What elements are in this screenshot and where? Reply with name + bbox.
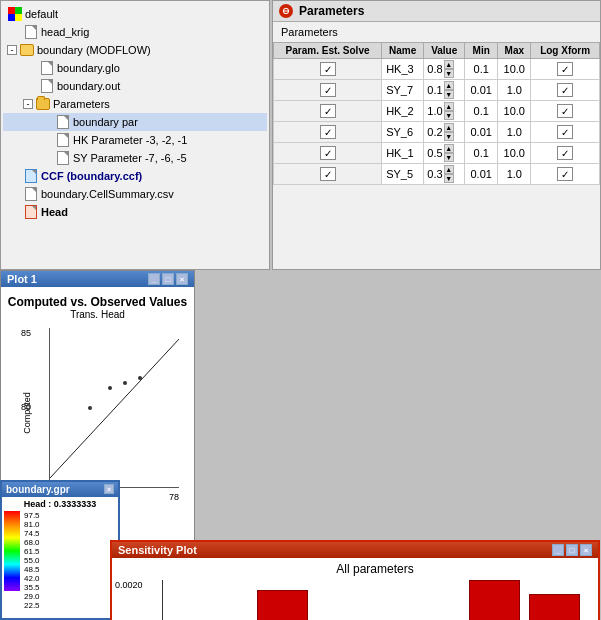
- param-log-checkbox[interactable]: ✓: [557, 167, 573, 181]
- param-checkbox[interactable]: ✓: [320, 125, 336, 139]
- param-value-spinner[interactable]: ▲▼: [444, 81, 454, 99]
- param-log[interactable]: ✓: [531, 80, 600, 101]
- param-value-spinner[interactable]: ▲▼: [444, 144, 454, 162]
- tree-expander[interactable]: -: [7, 45, 17, 55]
- param-checkbox[interactable]: ✓: [320, 167, 336, 181]
- grid-icon: [7, 6, 23, 22]
- param-checkbox-cell[interactable]: ✓: [274, 122, 382, 143]
- sens-close-button[interactable]: ×: [580, 544, 592, 556]
- sensitivity-chart-title: All parameters: [162, 562, 588, 576]
- sens-maximize-button[interactable]: □: [566, 544, 578, 556]
- tree-label: boundary par: [73, 116, 138, 128]
- param-log[interactable]: ✓: [531, 59, 600, 80]
- param-max: 1.0: [498, 164, 531, 185]
- param-max: 1.0: [498, 80, 531, 101]
- sensitivity-window: Sensitivity Plot _ □ × All parameters Se…: [110, 540, 600, 620]
- close-button[interactable]: ×: [176, 273, 188, 285]
- params-row: ✓ HK_2 1.0 ▲▼ 0.1 10.0 ✓: [274, 101, 600, 122]
- plot1-ylabel: Computed: [22, 392, 32, 434]
- maximize-button[interactable]: □: [162, 273, 174, 285]
- param-value-spinner[interactable]: ▲▼: [444, 165, 454, 183]
- param-checkbox-cell[interactable]: ✓: [274, 164, 382, 185]
- param-checkbox[interactable]: ✓: [320, 83, 336, 97]
- tree-label: HK Parameter -3, -2, -1: [73, 134, 187, 146]
- bar-hk2: [257, 590, 308, 620]
- param-value: 0.8 ▲▼: [424, 59, 465, 80]
- param-log[interactable]: ✓: [531, 101, 600, 122]
- param-name: HK_3: [382, 59, 424, 80]
- plot1-chart-subtitle: Trans. Head: [5, 309, 190, 320]
- tree-item-boundary-modflow[interactable]: - boundary (MODFLOW): [3, 41, 267, 59]
- param-checkbox-cell[interactable]: ✓: [274, 101, 382, 122]
- col-min: Min: [465, 43, 498, 59]
- param-checkbox-cell[interactable]: ✓: [274, 59, 382, 80]
- tree-label: head_krig: [41, 26, 89, 38]
- param-log-checkbox[interactable]: ✓: [557, 125, 573, 139]
- param-max: 1.0: [498, 122, 531, 143]
- legend-title: Head : 0.3333333: [4, 499, 116, 509]
- params-subtitle: Parameters: [273, 22, 600, 42]
- minimize-button[interactable]: _: [148, 273, 160, 285]
- param-value: 0.2 ▲▼: [424, 122, 465, 143]
- bar-sy-tall2: [529, 594, 580, 620]
- params-row: ✓ SY_7 0.1 ▲▼ 0.01 1.0 ✓: [274, 80, 600, 101]
- param-name: HK_2: [382, 101, 424, 122]
- folder-icon: [35, 96, 51, 112]
- doc-blue-icon: [23, 168, 39, 184]
- param-checkbox[interactable]: ✓: [320, 146, 336, 160]
- tree-item-head-krig[interactable]: head_krig: [3, 23, 267, 41]
- param-log[interactable]: ✓: [531, 164, 600, 185]
- window-controls: _ □ ×: [148, 273, 188, 285]
- param-checkbox-cell[interactable]: ✓: [274, 80, 382, 101]
- tree-expander[interactable]: -: [23, 99, 33, 109]
- tree-label: boundary (MODFLOW): [37, 44, 151, 56]
- param-min: 0.01: [465, 80, 498, 101]
- param-log[interactable]: ✓: [531, 143, 600, 164]
- param-value-spinner[interactable]: ▲▼: [444, 60, 454, 78]
- tree-item-sy-param[interactable]: SY Parameter -7, -6, -5: [3, 149, 267, 167]
- tree-item-boundary-glo[interactable]: boundary.glo: [3, 59, 267, 77]
- doc-icon: [23, 186, 39, 202]
- gpr-titlebar: boundary.gpr ×: [2, 482, 118, 497]
- sens-minimize-button[interactable]: _: [552, 544, 564, 556]
- col-param-est: Param. Est. Solve: [274, 43, 382, 59]
- param-value-spinner[interactable]: ▲▼: [444, 123, 454, 141]
- param-checkbox[interactable]: ✓: [320, 104, 336, 118]
- doc-icon: [55, 132, 71, 148]
- param-log-checkbox[interactable]: ✓: [557, 146, 573, 160]
- tree-item-boundary-par[interactable]: boundary par: [3, 113, 267, 131]
- col-log: Log Xform: [531, 43, 600, 59]
- tree-item-parameters-folder[interactable]: - Parameters: [3, 95, 267, 113]
- params-row: ✓ SY_6 0.2 ▲▼ 0.01 1.0 ✓: [274, 122, 600, 143]
- param-min: 0.1: [465, 59, 498, 80]
- params-table: Param. Est. Solve Name Value Min Max Log…: [273, 42, 600, 185]
- plot1-chart-title: Computed vs. Observed Values: [5, 295, 190, 309]
- param-max: 10.0: [498, 59, 531, 80]
- tree-item-ccf[interactable]: CCF (boundary.ccf): [3, 167, 267, 185]
- param-value-spinner[interactable]: ▲▼: [444, 102, 454, 120]
- doc-icon: [23, 24, 39, 40]
- tree-item-default[interactable]: default: [3, 5, 267, 23]
- param-log-checkbox[interactable]: ✓: [557, 104, 573, 118]
- param-checkbox-cell[interactable]: ✓: [274, 143, 382, 164]
- param-min: 0.01: [465, 164, 498, 185]
- tree-item-boundary-out[interactable]: boundary.out: [3, 77, 267, 95]
- param-log-checkbox[interactable]: ✓: [557, 62, 573, 76]
- tree-item-cell-summary[interactable]: boundary.CellSummary.csv: [3, 185, 267, 203]
- tree-item-hk-param[interactable]: HK Parameter -3, -2, -1: [3, 131, 267, 149]
- param-value: 0.3 ▲▼: [424, 164, 465, 185]
- tree-item-head[interactable]: Head: [3, 203, 267, 221]
- param-log[interactable]: ✓: [531, 122, 600, 143]
- parameters-title: Parameters: [299, 4, 364, 18]
- parameters-panel: ⊖ Parameters Parameters Param. Est. Solv…: [272, 0, 601, 270]
- param-max: 10.0: [498, 101, 531, 122]
- param-checkbox[interactable]: ✓: [320, 62, 336, 76]
- gpr-title: boundary.gpr: [6, 484, 70, 495]
- sensitivity-chart: 0.0020 0.0015 0.0010 0.0005 0: [162, 580, 588, 620]
- param-name: SY_6: [382, 122, 424, 143]
- gpr-close-button[interactable]: ×: [104, 484, 114, 494]
- param-log-checkbox[interactable]: ✓: [557, 83, 573, 97]
- gpr-content: Head : 0.3333333 97.5 81.0 74.5 68.0 61.…: [2, 497, 118, 593]
- col-name: Name: [382, 43, 424, 59]
- legend-labels: 97.5 81.0 74.5 68.0 61.5 55.0 48.5 42.0 …: [24, 511, 40, 591]
